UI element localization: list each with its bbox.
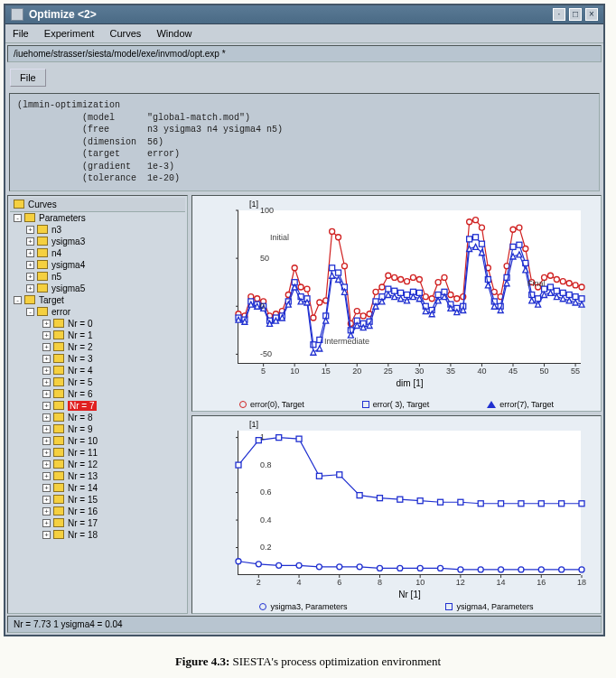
tree-label: Parameters [39,213,86,223]
tree-item[interactable]: +Nr = 3 [10,353,185,365]
tree-item[interactable]: +Nr = 2 [10,341,185,353]
tree-item[interactable]: -error [10,306,185,318]
tree-label: Nr = 15 [68,495,98,505]
svg-point-53 [473,217,479,222]
expander-icon[interactable]: + [42,378,51,386]
tree-item[interactable]: +Nr = 6 [10,388,185,400]
svg-point-141 [236,558,241,563]
expander-icon[interactable]: - [14,296,22,304]
menu-file[interactable]: File [13,28,29,39]
svg-point-152 [458,566,463,571]
titlebar[interactable]: Optimize <2> · □ × [5,5,603,24]
expander-icon[interactable]: + [42,496,51,504]
tree-header-label: Curves [28,200,57,209]
file-button[interactable]: File [10,69,46,87]
expander-icon[interactable]: + [42,484,51,492]
svg-point-69 [573,282,578,287]
svg-rect-87 [336,270,341,275]
chart1-title: [1] [249,200,258,209]
tree-item[interactable]: +n4 [10,247,185,259]
svg-point-42 [405,278,410,283]
svg-point-50 [454,295,460,301]
curves-tree[interactable]: Curves -Parameters+n3+ysigma3+n4+ysigma4… [7,195,188,614]
close-button[interactable]: × [585,8,598,21]
expander-icon[interactable]: + [26,273,34,281]
expander-icon[interactable]: + [26,249,34,257]
tree-label: Nr = 2 [68,342,93,352]
expander-icon[interactable]: + [42,413,51,422]
tree-item[interactable]: +Nr = 17 [10,517,185,529]
svg-point-147 [357,563,362,569]
expander-icon[interactable]: - [26,308,34,316]
expander-icon[interactable]: + [42,355,51,363]
expander-icon[interactable]: + [26,284,34,293]
tree-item[interactable]: +Nr = 18 [10,529,185,541]
expander-icon[interactable]: + [42,390,51,398]
svg-rect-176 [579,500,584,506]
expander-icon[interactable]: + [42,449,51,457]
tree-item[interactable]: +Nr = 7 [10,400,185,412]
expander-icon[interactable]: + [26,261,34,269]
tree-label: Nr = 16 [68,506,98,516]
svg-point-157 [559,566,565,571]
folder-icon [53,495,64,504]
charts-panel: [1] Initial Intermediate Final dim [1] -… [188,195,602,614]
menu-experiment[interactable]: Experiment [44,28,95,39]
tree-item[interactable]: +Nr = 8 [10,412,185,423]
tree-item[interactable]: -Parameters [10,212,185,224]
expander-icon[interactable]: + [26,226,34,234]
expander-icon[interactable]: + [26,237,34,246]
legend1-2: error(7), Target [499,400,554,409]
menu-curves[interactable]: Curves [110,28,142,39]
tree-item[interactable]: +Nr = 1 [10,330,185,341]
svg-point-158 [579,566,584,571]
tree-item[interactable]: +Nr = 4 [10,365,185,376]
tree-item[interactable]: +Nr = 0 [10,318,185,330]
tree-item[interactable]: +Nr = 10 [10,435,185,447]
minimize-button[interactable]: · [553,8,565,21]
annotation-initial: Initial [270,233,289,242]
error-chart[interactable]: [1] Initial Intermediate Final dim [1] -… [191,195,602,412]
tree-label: Nr = 1 [68,330,93,340]
svg-rect-161 [276,434,282,440]
tree-item[interactable]: +Nr = 12 [10,459,185,470]
expander-icon[interactable]: + [42,331,51,339]
expander-icon[interactable]: + [42,519,51,527]
expander-icon[interactable]: + [42,460,51,469]
expander-icon[interactable]: + [42,425,51,433]
svg-point-70 [579,284,584,290]
status-bar: Nr = 7.73 1 ysigma4 = 0.04 [7,616,602,633]
expander-icon[interactable]: + [42,320,51,328]
parameters-chart[interactable]: [1] Nr [1] 0.20.40.60.8124681012141618 y… [191,415,602,614]
svg-point-30 [330,228,335,234]
tree-item[interactable]: +Nr = 14 [10,482,185,494]
tree-item[interactable]: +ysigma4 [10,259,185,271]
maximize-button[interactable]: □ [569,8,582,21]
tree-item[interactable]: +Nr = 13 [10,470,185,482]
expander-icon[interactable]: + [42,507,51,515]
tree-item[interactable]: -Target [10,294,185,306]
expander-icon[interactable]: + [42,343,51,351]
tree-item[interactable]: +n5 [10,271,185,283]
tree-item[interactable]: +Nr = 16 [10,506,185,517]
tree-item[interactable]: +n3 [10,224,185,236]
tree-item[interactable]: +Nr = 9 [10,423,185,435]
expander-icon[interactable]: - [14,214,22,222]
expander-icon[interactable]: + [42,402,51,410]
tree-item[interactable]: +Nr = 5 [10,376,185,388]
folder-icon [37,307,48,316]
tree-label: ysigma3 [51,237,85,246]
svg-rect-167 [397,497,403,502]
tree-item[interactable]: +Nr = 15 [10,494,185,506]
expander-icon[interactable]: + [42,437,51,445]
expander-icon[interactable]: + [42,531,51,539]
expander-icon[interactable]: + [42,472,51,480]
menu-window[interactable]: Window [156,28,191,39]
file-toolbar: File [5,64,603,91]
tree-label: Nr = 13 [68,471,98,481]
expander-icon[interactable]: + [42,367,51,375]
tree-item[interactable]: +Nr = 11 [10,447,185,459]
tree-item[interactable]: +ysigma3 [10,236,185,247]
svg-rect-116 [517,242,522,247]
tree-item[interactable]: +ysigma5 [10,283,185,294]
